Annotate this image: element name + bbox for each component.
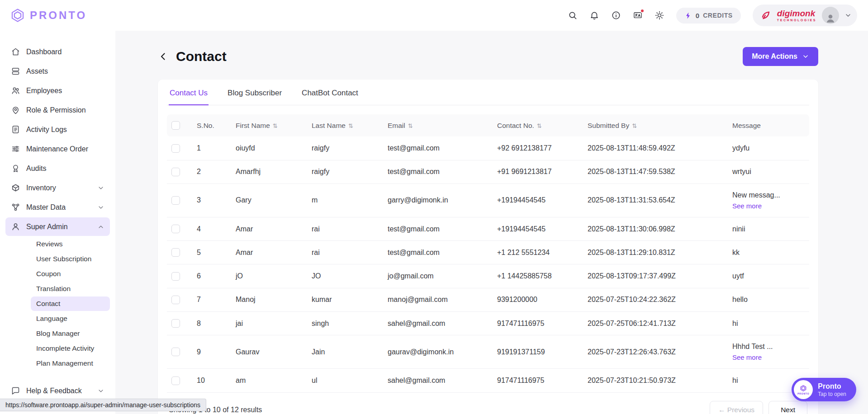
master-data-icon (11, 202, 20, 212)
chat-subtitle: Tap to open (818, 391, 846, 397)
cell-submitted-by: 2025-08-13T11:47:59.538Z (583, 160, 728, 183)
cell-sno: 7 (192, 288, 231, 311)
column-header-contact-no[interactable]: Contact No.⇅ (493, 114, 583, 136)
row-checkbox-cell (167, 312, 192, 335)
next-button[interactable]: Next (768, 401, 807, 414)
sidebar-subitem-plan-management[interactable]: Plan Management (31, 356, 110, 371)
row-checkbox[interactable] (171, 144, 180, 153)
sidebar-subitem-blog-manager[interactable]: Blog Manager (31, 326, 110, 341)
sidebar-item-maintenance-order[interactable]: Maintenance Order (5, 140, 110, 158)
sidebar-item-dashboard[interactable]: Dashboard (5, 42, 110, 61)
row-checkbox[interactable] (171, 225, 180, 233)
bolt-icon (684, 12, 692, 19)
role-permission-icon (11, 105, 20, 115)
sidebar-subitem-language[interactable]: Language (31, 311, 110, 326)
sidebar-subitem-contact[interactable]: Contact (31, 296, 110, 311)
sort-icon: ⇅ (632, 122, 637, 129)
chat-widget[interactable]: PRONTO Pronto Tap to open (792, 378, 856, 401)
tab-contact-us[interactable]: Contact Us (169, 89, 209, 105)
column-header-submitted-by[interactable]: Submitted By⇅ (583, 114, 728, 136)
back-button[interactable] (158, 51, 169, 62)
message-text: hi (732, 320, 805, 328)
activity-logs-icon (11, 125, 20, 134)
row-checkbox[interactable] (171, 376, 180, 385)
notifications-icon[interactable] (589, 10, 599, 20)
message-text: kk (732, 249, 805, 257)
row-checkbox[interactable] (171, 196, 180, 205)
theme-icon[interactable] (655, 10, 664, 20)
previous-button[interactable]: ← Previous (710, 401, 763, 414)
avatar[interactable] (822, 7, 839, 24)
chevron-down-icon (97, 387, 104, 395)
tab-chatbot-contact[interactable]: ChatBot Contact (301, 89, 359, 105)
sidebar-submenu: ReviewsUser SubscriptionCouponTranslatio… (5, 237, 110, 371)
table-row: 6jOJOjo@gmail.com+1 144258857582025-08-1… (167, 264, 809, 288)
chevron-down-icon (97, 184, 104, 192)
sidebar-item-assets[interactable]: Assets (5, 62, 110, 80)
sidebar-item-label: Master Data (26, 203, 66, 212)
row-checkbox[interactable] (171, 248, 180, 257)
cell-email: sahel@gmail.com (383, 369, 493, 392)
see-more-link[interactable]: See more (732, 353, 805, 361)
sidebar-item-super-admin[interactable]: Super Admin (5, 217, 110, 236)
cell-email: manoj@gmail.com (383, 288, 493, 311)
more-actions-button[interactable]: More Actions (743, 47, 818, 66)
sidebar-item-role-permission[interactable]: Role & Permission (5, 101, 110, 119)
sidebar-item-master-data[interactable]: Master Data (5, 198, 110, 216)
app-root: PRONTO 0 CREDI (0, 0, 868, 414)
sidebar-subitem-coupon[interactable]: Coupon (31, 267, 110, 281)
cell-last-name: raigfy (307, 160, 383, 183)
cell-email: sahel@gmail.com (383, 312, 493, 335)
cell-contact-no: 917471116975 (493, 369, 583, 392)
sidebar-item-inventory[interactable]: Inventory (5, 179, 110, 197)
see-more-link[interactable]: See more (732, 202, 805, 210)
row-checkbox-cell (167, 183, 192, 217)
cell-email: test@gmail.com (383, 217, 493, 240)
credits-pill[interactable]: 0 CREDITS (676, 8, 741, 24)
help-feedback-icon (11, 386, 20, 395)
search-icon[interactable] (568, 10, 578, 20)
sidebar-item-help-feedback[interactable]: Help & Feedback (5, 381, 110, 400)
sidebar-subitem-user-subscription[interactable]: User Subscription (31, 252, 110, 266)
digimonk-name: digimonk (777, 9, 816, 18)
row-checkbox[interactable] (171, 296, 180, 304)
cell-sno: 9 (192, 335, 231, 369)
select-all-checkbox[interactable] (171, 121, 180, 130)
row-checkbox[interactable] (171, 348, 180, 356)
chat-logo-text: PRONTO (797, 392, 809, 395)
account-pill[interactable]: digimonk TECHNOLOGIES (753, 5, 857, 26)
cell-email: garry@digimonk.in (383, 183, 493, 217)
sidebar-item-audits[interactable]: Audits (5, 159, 110, 178)
row-checkbox-cell (167, 136, 192, 160)
message-text: Hhhd Test ... (732, 343, 805, 351)
sidebar-item-activity-logs[interactable]: Activity Logs (5, 120, 110, 139)
audits-icon (11, 164, 20, 173)
cell-message: kk (728, 241, 809, 264)
row-checkbox[interactable] (171, 168, 180, 176)
table-row: 10amulsahel@gmail.com9174711169752025-07… (167, 369, 809, 392)
column-header-last-name[interactable]: Last Name⇅ (307, 114, 383, 136)
info-icon[interactable] (611, 10, 621, 20)
cell-last-name: rai (307, 241, 383, 264)
row-checkbox-cell (167, 264, 192, 288)
tab-blog-subscriber[interactable]: Blog Subscriber (227, 89, 283, 105)
digimonk-tagline: TECHNOLOGIES (777, 19, 816, 22)
row-checkbox[interactable] (171, 319, 180, 328)
cell-submitted-by: 2025-07-23T12:26:43.763Z (583, 335, 728, 369)
cell-message: New messag...See more (728, 183, 809, 217)
sidebar-subitem-reviews[interactable]: Reviews (31, 237, 110, 251)
translate-icon[interactable] (633, 10, 643, 20)
column-label: S.No. (197, 122, 214, 129)
column-header-first-name[interactable]: First Name⇅ (231, 114, 307, 136)
cell-sno: 6 (192, 264, 231, 288)
column-header-email[interactable]: Email⇅ (383, 114, 493, 136)
sidebar-subitem-translation[interactable]: Translation (31, 282, 110, 296)
cell-submitted-by: 2025-08-13T11:31:53.654Z (583, 183, 728, 217)
sidebar-item-label: Activity Logs (26, 126, 67, 134)
cell-first-name: Gary (231, 183, 307, 217)
sidebar-item-employees[interactable]: Employees (5, 81, 110, 100)
chat-title: Pronto (818, 382, 846, 390)
sidebar-subitem-incomplete-activity[interactable]: Incomplete Activity (31, 341, 110, 356)
row-checkbox[interactable] (171, 272, 180, 281)
sort-icon: ⇅ (273, 122, 278, 129)
